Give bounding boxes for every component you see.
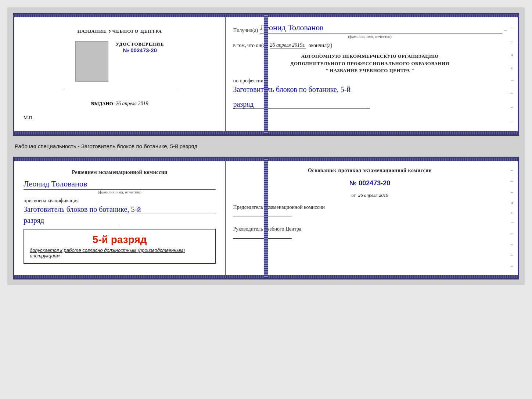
- profession-label: по профессии: [233, 78, 263, 83]
- received-label: Получил(а): [233, 28, 258, 33]
- chairman-signature-line: [233, 217, 292, 217]
- page-wrapper: НАЗВАНИЕ УЧЕБНОГО ЦЕНТРА УДОСТОВЕРЕНИЕ №…: [7, 7, 525, 285]
- director-signature-line: [233, 238, 292, 239]
- date-line: в том, что он(а) 26 апреля 2019г. окончи…: [233, 42, 507, 49]
- card2-inner: Решением экзаменационной комиссии Леонид…: [14, 161, 518, 275]
- institution-line3: " НАЗВАНИЕ УЧЕБНОГО ЦЕНТРА ": [233, 67, 507, 74]
- fio-hint: (фамилия, имя, отчество): [233, 34, 507, 39]
- margin-decorations-2: – – – и а ← – – – –: [511, 165, 515, 271]
- date-suffix: окончил(а): [309, 43, 332, 49]
- basis-num: № 002473-20: [233, 179, 507, 187]
- card1-left: НАЗВАНИЕ УЧЕБНОГО ЦЕНТРА УДОСТОВЕРЕНИЕ №…: [14, 17, 226, 131]
- profession-block: по профессии Заготовитель блоков по бота…: [233, 78, 507, 94]
- recipient-name: Леонид Толованов: [260, 23, 502, 33]
- rank-value-2: разряд: [24, 216, 120, 225]
- decision-text: Решением экзаменационной комиссии: [24, 168, 216, 176]
- allowed-prefix: допускается к: [30, 247, 62, 253]
- card2-right: Основание: протокол экзаменационной коми…: [226, 161, 518, 275]
- cert-label: УДОСТОВЕРЕНИЕ: [116, 41, 164, 47]
- specialty-label: Рабочая специальность - Заготовитель бло…: [13, 140, 519, 152]
- chairman-label: Председатель экзаменационной комиссии: [233, 203, 507, 211]
- profession-value-2: Заготовитель блоков по ботанике, 5-й: [24, 205, 216, 214]
- basis-date: от 26 апреля 2019: [233, 192, 507, 198]
- document-card-2: Решением экзаменационной комиссии Леонид…: [13, 157, 519, 279]
- cert-prefix: №: [123, 47, 129, 53]
- cert-number-block: УДОСТОВЕРЕНИЕ № 002473-20: [116, 41, 164, 53]
- issued-block: Выдано 26 апреля 2019: [91, 101, 148, 107]
- photo-placeholder: [75, 41, 108, 82]
- rank-block: разряд: [233, 98, 507, 109]
- learning-center-title: НАЗВАНИЕ УЧЕБНОГО ЦЕНТРА: [77, 28, 162, 35]
- from-prefix: от: [351, 192, 356, 198]
- rank-box: 5-й разряд допускается к работе согласно…: [24, 229, 216, 264]
- date-prefix: в том, что он(а): [233, 43, 267, 49]
- mp-label: М.П.: [24, 115, 33, 121]
- card1-inner: НАЗВАНИЕ УЧЕБНОГО ЦЕНТРА УДОСТОВЕРЕНИЕ №…: [14, 17, 518, 131]
- from-date: 26 апреля 2019: [358, 192, 388, 198]
- issued-date: 26 апреля 2019: [116, 101, 148, 106]
- rank-block-2: разряд: [24, 216, 216, 225]
- director-block: Руководитель учебного Центра: [233, 225, 507, 242]
- institution-line1: АВТОНОМНУЮ НЕКОММЕРЧЕСКУЮ ОРГАНИЗАЦИЮ: [233, 53, 507, 60]
- profession-block-2: Заготовитель блоков по ботанике, 5-й: [24, 205, 216, 214]
- spine-divider: [264, 14, 268, 134]
- institution-block: АВТОНОМНУЮ НЕКОММЕРЧЕСКУЮ ОРГАНИЗАЦИЮ ДО…: [233, 53, 507, 74]
- institution-line2: ДОПОЛНИТЕЛЬНОГО ПРОФЕССИОНАЛЬНОГО ОБРАЗО…: [233, 60, 507, 67]
- recipient-section-2: Леонид Толованов (фамилия, имя, отчество…: [24, 179, 216, 194]
- protocol-prefix: №: [349, 179, 357, 187]
- recipient-name-2: Леонид Толованов: [24, 179, 216, 190]
- card1-right: Получил(а) Леонид Толованов – (фамилия, …: [226, 17, 518, 131]
- rank-value: разряд: [233, 100, 370, 109]
- card2-left: Решением экзаменационной комиссии Леонид…: [14, 161, 226, 275]
- fio-hint-2: (фамилия, имя, отчество): [24, 190, 216, 194]
- cert-number: 002473-20: [130, 47, 157, 53]
- date-value: 26 апреля 2019г.: [270, 42, 306, 49]
- rank-big-text: 5-й разряд: [30, 234, 209, 246]
- rank-allowed: допускается к работе согласно должностны…: [30, 247, 209, 259]
- qualification-text: присвоена квалификация: [24, 198, 216, 204]
- issued-label: Выдано: [91, 101, 113, 106]
- protocol-number: 002473-20: [359, 179, 390, 187]
- spine-divider-2: [264, 158, 268, 278]
- received-section: Получил(а) Леонид Толованов – (фамилия, …: [233, 23, 507, 39]
- profession-value: Заготовитель блоков по ботанике, 5-й: [233, 85, 507, 94]
- basis-title: Основание: протокол экзаменационной коми…: [233, 167, 507, 174]
- document-card-1: НАЗВАНИЕ УЧЕБНОГО ЦЕНТРА УДОСТОВЕРЕНИЕ №…: [13, 13, 519, 136]
- director-label: Руководитель учебного Центра: [233, 225, 507, 233]
- chairman-block: Председатель экзаменационной комиссии: [233, 203, 507, 220]
- margin-decorations: – – и а ← – – –: [511, 22, 515, 127]
